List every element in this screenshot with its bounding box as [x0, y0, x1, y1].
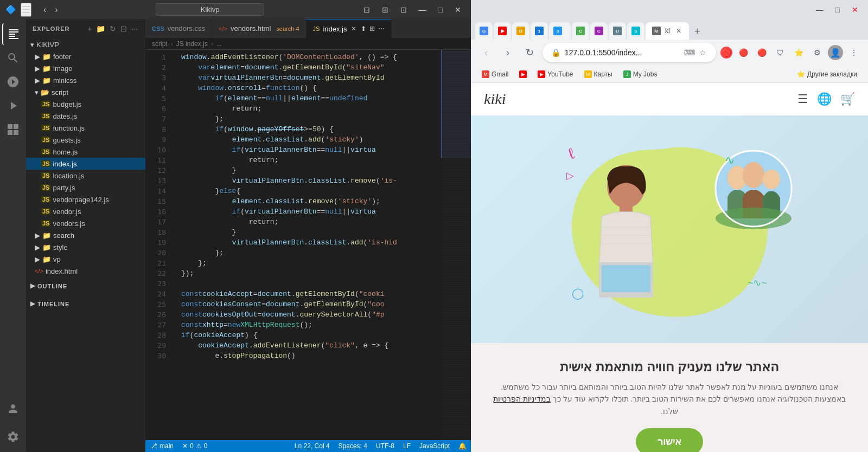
sidebar-item-footer[interactable]: ▶ 📁 footer [26, 50, 145, 62]
chrome-tab-4[interactable]: 1 [531, 22, 548, 40]
chrome-tab-9[interactable]: S [627, 22, 644, 40]
new-file-button[interactable]: + [86, 23, 93, 34]
sidebar-item-script[interactable]: ▾ 📂 script [26, 86, 145, 98]
sidebar-item-vebdorpage-js[interactable]: JS vebdorpage142.js [26, 193, 145, 205]
tab-vendors-html[interactable]: </> vendors.html search 4 [212, 19, 307, 38]
sidebar-item-image[interactable]: ▶ 📁 image [26, 62, 145, 74]
forward-button[interactable]: › [52, 4, 61, 16]
chrome-tab-6[interactable]: C [572, 22, 589, 40]
sidebar-item-function-js[interactable]: JS function.js [26, 122, 145, 134]
privacy-link[interactable]: במדיניות הפרטיות [493, 395, 551, 403]
source-control-icon[interactable] [2, 71, 24, 93]
globe-site-icon[interactable]: 🌐 [817, 92, 832, 106]
tab-pin-button[interactable]: ⬆ [361, 25, 366, 33]
tab-split-button[interactable]: ⊞ [369, 25, 375, 33]
tab-close-button[interactable]: ✕ [350, 25, 358, 33]
explorer-icon[interactable] [2, 23, 24, 45]
panel-toggle-button[interactable]: ⊞ [378, 4, 393, 15]
sidebar-item-dates-js[interactable]: JS dates.js [26, 110, 145, 122]
hamburger-site-icon[interactable]: ☰ [797, 92, 808, 106]
collapse-all-button[interactable]: ⊟ [119, 23, 128, 34]
sidebar-item-style[interactable]: ▶ 📁 style [26, 241, 145, 253]
search-icon[interactable] [2, 47, 24, 69]
minimize-button[interactable]: — [414, 4, 431, 15]
avatar[interactable]: 👤 [828, 45, 843, 60]
sidebar-item-vp[interactable]: ▶ 📁 vp [26, 253, 145, 265]
ext-btn-5[interactable]: ⭐ [791, 45, 806, 60]
bookmark-maps[interactable]: M Карты [580, 68, 617, 80]
hamburger-menu[interactable]: ☰ [21, 3, 31, 17]
url-bar[interactable]: 🔒 127.0.0.1:5500/index... ⌨ ☆ [542, 43, 716, 62]
extensions-icon[interactable] [2, 119, 24, 140]
chrome-tab-3[interactable]: D [512, 22, 529, 40]
new-tab-button[interactable]: + [690, 24, 705, 40]
close-button[interactable]: ✕ [450, 4, 465, 15]
spaces[interactable]: Spaces: 4 [339, 442, 367, 450]
ext-btn-2[interactable]: 🔴 [736, 45, 751, 60]
sidebar-item-home-js[interactable]: JS home.js [26, 146, 145, 158]
sidebar-item-minicss[interactable]: ▶ 📁 minicss [26, 74, 145, 86]
chrome-tab-5[interactable]: 3 [549, 22, 571, 40]
cart-site-icon[interactable]: 🛒 [840, 92, 855, 106]
bookmark-myjobs[interactable]: J My Jobs [619, 68, 662, 80]
sidebar-item-location-js[interactable]: JS location.js [26, 170, 145, 182]
ext-btn-6[interactable]: ⚙ [809, 45, 825, 60]
maximize-button[interactable]: □ [434, 4, 447, 15]
chrome-maximize-button[interactable]: □ [830, 4, 845, 15]
active-tab-close[interactable]: ✕ [675, 27, 682, 35]
refresh-button[interactable]: ↻ [108, 23, 117, 34]
other-bookmarks-folder[interactable]: ⭐ Другие закладки [793, 68, 861, 80]
sidebar-item-guests-js[interactable]: JS guests.js [26, 134, 145, 146]
errors-warnings[interactable]: ✕ 0 ⚠ 0 [182, 442, 207, 450]
new-folder-button[interactable]: 📁 [95, 23, 106, 34]
more-actions-button[interactable]: ··· [130, 23, 139, 34]
breadcrumb-file[interactable]: JS index.js [176, 40, 208, 48]
approve-button[interactable]: אישור [636, 428, 703, 452]
chrome-tab-active[interactable]: ki ki ✕ [646, 22, 689, 40]
ext-btn-4[interactable]: 🛡 [773, 45, 788, 60]
breadcrumb-script[interactable]: script [152, 40, 168, 48]
bookmark-youtube[interactable]: ▶ YouTube [533, 68, 577, 80]
tab-vendors-css[interactable]: CSS vendors.css [145, 19, 212, 38]
chrome-tab-1[interactable]: G [475, 22, 493, 40]
settings-icon[interactable] [2, 426, 24, 448]
chrome-minimize-button[interactable]: — [810, 4, 829, 15]
outline-header[interactable]: ▶ OUTLINE [26, 280, 145, 292]
chrome-tab-7[interactable]: C [590, 22, 608, 40]
sidebar-item-index-html[interactable]: </> index.html [26, 265, 145, 277]
layout-button[interactable]: ⊡ [396, 4, 411, 15]
sidebar-item-index-js[interactable]: JS index.js [26, 158, 145, 170]
eol[interactable]: LF [403, 442, 411, 450]
split-editor-button[interactable]: ⊟ [359, 4, 374, 15]
sidebar-item-party-js[interactable]: JS party.js [26, 182, 145, 193]
back-button[interactable]: ‹ [40, 4, 49, 16]
sidebar-item-vendor-js[interactable]: JS vendor.js [26, 205, 145, 217]
ext-btn-1[interactable]: 🚫 [720, 47, 732, 59]
chrome-menu-button[interactable]: ⋮ [846, 45, 861, 60]
tab-more-button[interactable]: ⋯ [378, 25, 385, 33]
code-content[interactable]: window.addEventListener('DOMContentLoade… [173, 50, 441, 440]
ext-btn-3[interactable]: 🔴 [754, 45, 769, 60]
language-mode[interactable]: JavaScript [419, 442, 450, 450]
timeline-header[interactable]: ▶ TIMELINE [26, 298, 145, 309]
translate-button[interactable]: ⌨ [683, 47, 696, 58]
title-search[interactable]: Kikivp [156, 3, 264, 16]
back-nav-button[interactable]: ‹ [477, 44, 495, 61]
git-branch[interactable]: ⎇ main [150, 442, 174, 450]
chrome-tab-8[interactable]: U [609, 22, 626, 40]
bookmark-yt1[interactable]: ▶ [515, 68, 531, 80]
code-editor[interactable]: 12345 678910 1112131415 1617181920 21222… [145, 50, 441, 440]
sidebar-item-search[interactable]: ▶ 📁 search [26, 229, 145, 241]
reload-button[interactable]: ↻ [521, 44, 538, 61]
bookmark-gmail[interactable]: M Gmail [477, 68, 513, 80]
line-col[interactable]: Ln 22, Col 4 [295, 442, 330, 450]
root-folder[interactable]: ▾ KIKIVP [26, 38, 145, 50]
notifications[interactable]: 🔔 [458, 442, 467, 450]
tab-index-js[interactable]: JS index.js ✕ ⬆ ⊞ ⋯ [307, 19, 392, 38]
sidebar-item-vendors-js[interactable]: JS vendors.js [26, 217, 145, 229]
run-debug-icon[interactable] [2, 95, 24, 117]
sidebar-item-budget-js[interactable]: JS budget.js [26, 98, 145, 110]
chrome-close-button[interactable]: ✕ [846, 4, 864, 15]
account-icon[interactable] [2, 398, 24, 419]
chrome-tab-2[interactable]: ▶ [494, 22, 511, 40]
